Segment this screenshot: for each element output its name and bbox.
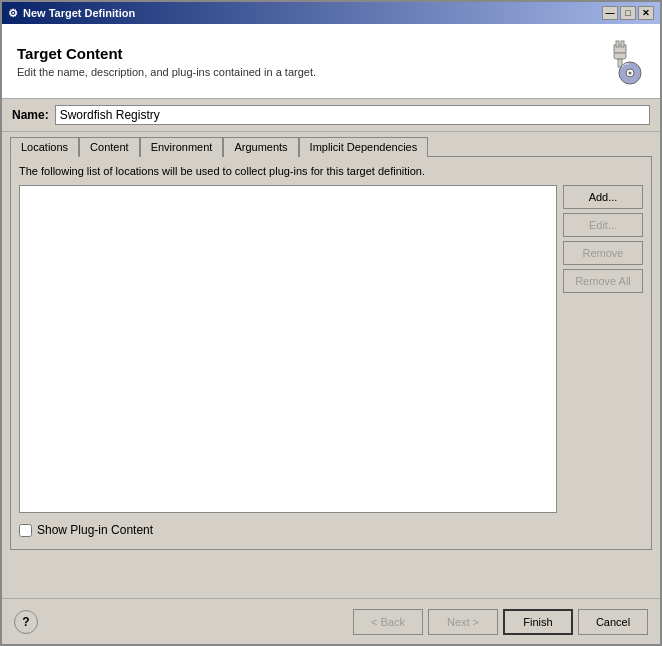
tabs-container: Locations Content Environment Arguments …: [2, 132, 660, 558]
tab-content[interactable]: Content: [79, 137, 140, 157]
help-button[interactable]: ?: [14, 610, 38, 634]
locations-list[interactable]: [19, 185, 557, 513]
titlebar-controls: — □ ✕: [602, 6, 654, 20]
svg-rect-2: [621, 41, 624, 47]
svg-point-7: [629, 72, 632, 75]
locations-description: The following list of locations will be …: [19, 165, 643, 177]
svg-rect-1: [616, 41, 619, 47]
close-button[interactable]: ✕: [638, 6, 654, 20]
svg-rect-3: [614, 53, 626, 59]
titlebar: ⚙ New Target Definition — □ ✕: [2, 2, 660, 24]
minimize-button[interactable]: —: [602, 6, 618, 20]
locations-area: Add... Edit... Remove Remove All: [19, 185, 643, 513]
remove-button[interactable]: Remove: [563, 241, 643, 265]
show-plugin-label: Show Plug-in Content: [37, 523, 153, 537]
next-button[interactable]: Next >: [428, 609, 498, 635]
target-definition-icon: [596, 37, 644, 85]
tab-environment[interactable]: Environment: [140, 137, 224, 157]
titlebar-text: New Target Definition: [23, 7, 135, 19]
back-button[interactable]: < Back: [353, 609, 423, 635]
tab-panel-locations: The following list of locations will be …: [10, 156, 652, 550]
show-plugin-row: Show Plug-in Content: [19, 519, 643, 541]
header-text: Target Content Edit the name, descriptio…: [17, 45, 316, 78]
maximize-button[interactable]: □: [620, 6, 636, 20]
footer-right: < Back Next > Finish Cancel: [353, 609, 648, 635]
finish-button[interactable]: Finish: [503, 609, 573, 635]
show-plugin-checkbox[interactable]: [19, 524, 32, 537]
main-window: ⚙ New Target Definition — □ ✕ Target Con…: [0, 0, 662, 646]
header-icon-container: [595, 36, 645, 86]
titlebar-icon: ⚙: [8, 7, 18, 20]
footer-left: ?: [14, 610, 38, 634]
page-description: Edit the name, description, and plug-ins…: [17, 66, 316, 78]
name-label: Name:: [12, 108, 49, 122]
remove-all-button[interactable]: Remove All: [563, 269, 643, 293]
tab-locations[interactable]: Locations: [10, 137, 79, 157]
footer: ? < Back Next > Finish Cancel: [2, 598, 660, 644]
locations-buttons: Add... Edit... Remove Remove All: [563, 185, 643, 513]
bottom-spacer: [2, 558, 660, 598]
tab-implicit-dependencies[interactable]: Implicit Dependencies: [299, 137, 429, 157]
page-title: Target Content: [17, 45, 316, 62]
edit-button[interactable]: Edit...: [563, 213, 643, 237]
cancel-button[interactable]: Cancel: [578, 609, 648, 635]
header-panel: Target Content Edit the name, descriptio…: [2, 24, 660, 99]
add-button[interactable]: Add...: [563, 185, 643, 209]
titlebar-title: ⚙ New Target Definition: [8, 7, 135, 20]
tab-arguments[interactable]: Arguments: [223, 137, 298, 157]
name-row: Name:: [2, 99, 660, 132]
tab-bar: Locations Content Environment Arguments …: [10, 136, 652, 156]
name-input[interactable]: [55, 105, 650, 125]
